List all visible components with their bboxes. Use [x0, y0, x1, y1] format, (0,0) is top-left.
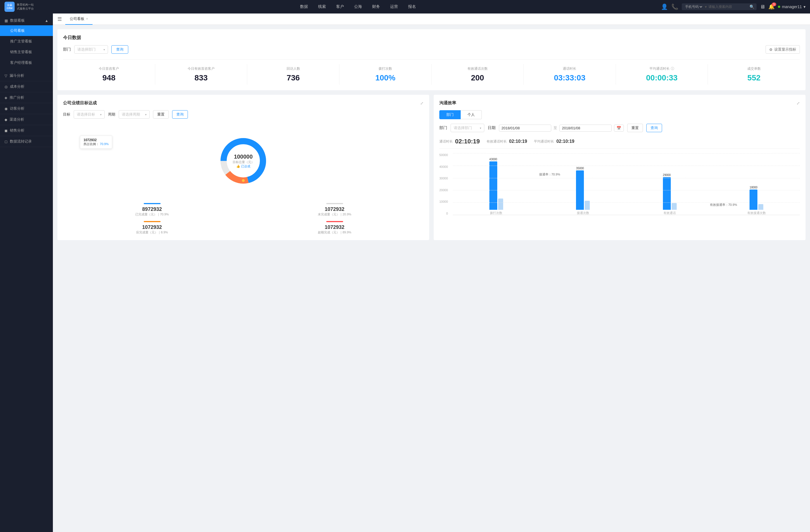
phone-icon[interactable]: 📞 [671, 3, 678, 10]
tab-close-button[interactable]: × [86, 17, 88, 21]
sidebar-item-company-board[interactable]: 公司看板 [0, 25, 53, 36]
goal-reset-button[interactable]: 重置 [153, 110, 169, 119]
metric-label-3: 拨打次数 [339, 66, 432, 71]
nav-item-data[interactable]: 数据 [295, 0, 313, 14]
search-input[interactable] [709, 5, 748, 9]
sidebar-cost-group: ◎ 成本分析 [0, 81, 53, 92]
logo-icon: 云朵CRM [4, 2, 15, 12]
metric-label-2: 回访人数 [247, 66, 339, 71]
eff-dept-select[interactable]: 请选择部门 ▾ [451, 124, 484, 132]
eff-dept-arrow: ▾ [480, 127, 481, 130]
search-button[interactable]: 🔍 [749, 4, 754, 9]
goal-expand-button[interactable]: ⤢ [420, 101, 424, 105]
eff-query-button[interactable]: 查询 [646, 124, 662, 132]
bar-chart: 50000 40000 30000 20000 10000 0 [439, 153, 800, 226]
nav-item-leads[interactable]: 线索 [313, 0, 331, 14]
sidebar-item-sales-board[interactable]: 销售主管看板 [0, 47, 53, 57]
stat-desc-2: 应完成量（元）｜8.9% [63, 230, 241, 234]
metric-value-7: 552 [708, 73, 800, 82]
user-area[interactable]: manager11 ▾ [778, 4, 806, 9]
eff-dept-placeholder: 请选择部门 [454, 126, 478, 131]
search-type-select[interactable]: 手机号码 [684, 4, 703, 9]
tab-company-board[interactable]: 公司看板 × [65, 14, 93, 25]
efficiency-panel-header: 沟通效率 ⤢ [439, 100, 800, 106]
stat-bar-incomplete [326, 203, 343, 204]
y-label-50000: 50000 [439, 153, 448, 156]
sidebar-collapse-icon: ▲ [45, 19, 48, 23]
nav-items: 数据 线索 客户 公海 财务 运营 报名 [55, 0, 661, 14]
date-from-input[interactable] [499, 124, 551, 132]
metric-label-7: 成交单数 [708, 66, 800, 71]
tab-btn-dept[interactable]: 部门 [439, 110, 461, 119]
stat-exceed: 1072932 超额完成（元）｜89.9% [245, 221, 424, 234]
sidebar-item-data-flow[interactable]: ◻ 数据流转记录 [0, 136, 53, 147]
metric-deals: 成交单数 552 [708, 64, 800, 85]
sidebar-dashboard-header[interactable]: ▦ 数据看板 ▲ [0, 16, 53, 25]
bar-pair-connect: 35000 [576, 167, 590, 210]
stat-should-complete: 1072932 应完成量（元）｜8.9% [63, 221, 241, 234]
bar-connect-secondary [585, 197, 590, 210]
main-content: ☰ 公司看板 × 今日数据 部门 请选择部门 ▾ 查询 [53, 14, 810, 532]
metric-value-0: 948 [63, 73, 155, 82]
goal-query-button[interactable]: 查询 [172, 110, 188, 119]
nav-item-finance[interactable]: 财务 [367, 0, 385, 14]
donut-achieved-label: 👍 已达成 [232, 164, 254, 168]
page-content: 今日数据 部门 请选择部门 ▾ 查询 ⚙ 设置显示指标 [53, 25, 810, 245]
y-label-0: 0 [446, 212, 448, 215]
efficiency-tab-buttons: 部门 个人 [439, 110, 800, 119]
bar-blue-eff-connect [749, 189, 757, 210]
bar-xlabel-eff-connect: 有效接通次数 [747, 211, 766, 215]
sidebar-item-cost[interactable]: ◎ 成本分析 [0, 81, 53, 92]
goal-period-select[interactable]: 请选择周期 ▾ [119, 110, 150, 119]
stat-incomplete: 1072932 未完成量（元）｜20.9% [245, 203, 424, 217]
person-icon[interactable]: 👤 [661, 3, 668, 10]
donut-center: 100000 目标总量（元） 👍 已达成 [232, 153, 254, 168]
donut-chart: 100000 目标总量（元） 👍 已达成 [215, 133, 271, 189]
avg-label: 平均通话时长 [534, 139, 554, 144]
efficiency-panel-title: 沟通效率 [439, 100, 456, 106]
notification-bell[interactable]: 🔔 5 [768, 4, 775, 10]
avg-value: 02:10:19 [556, 139, 574, 144]
period-label: 周期 [108, 112, 115, 117]
nav-item-ops[interactable]: 运营 [385, 0, 403, 14]
sidebar-item-sales[interactable]: ◼ 销售分析 [0, 125, 53, 136]
date-to-input[interactable] [560, 124, 612, 132]
goal-label: 目标 [63, 112, 70, 117]
sidebar-header-left: ▦ 数据看板 [4, 18, 25, 23]
metric-label-5: 通话时长 [524, 66, 616, 71]
sidebar-item-funnel[interactable]: ▽ 漏斗分析 [0, 70, 53, 81]
bar-label-35000: 35000 [576, 167, 584, 170]
sidebar-item-promote-board[interactable]: 推广主管看板 [0, 36, 53, 47]
call-duration-value: 02:10:19 [455, 138, 480, 145]
today-query-button[interactable]: 查询 [111, 45, 128, 54]
sidebar-item-customer-board[interactable]: 客户经理看板 [0, 57, 53, 68]
hamburger-menu[interactable]: ☰ [58, 16, 62, 22]
nav-item-signup[interactable]: 报名 [403, 0, 421, 14]
stat-desc-1: 未完成量（元）｜20.9% [245, 212, 424, 217]
stat-bar-exceed [326, 221, 343, 222]
efficiency-expand-button[interactable]: ⤢ [796, 101, 800, 105]
y-label-20000: 20000 [439, 188, 448, 192]
today-data-section: 今日数据 部门 请选择部门 ▾ 查询 ⚙ 设置显示指标 [58, 29, 806, 90]
tooltip-percent: 所占比例： 70.9% [83, 142, 109, 146]
effective-duration-stat: 有效通话时长 02:10:19 [487, 139, 527, 144]
donut-number: 100000 [232, 153, 254, 160]
sidebar-item-channel[interactable]: ◆ 渠道分析 [0, 114, 53, 125]
calendar-button[interactable]: 📅 [614, 124, 624, 132]
metric-avg-duration: 平均通话时长 ⓘ 00:00:33 [616, 64, 708, 85]
monitor-icon[interactable]: 🖥 [760, 4, 765, 10]
nav-item-public[interactable]: 公海 [349, 0, 367, 14]
nav-item-customers[interactable]: 客户 [331, 0, 349, 14]
goal-target-select[interactable]: 请选择目标 ▾ [74, 110, 104, 119]
tab-btn-personal[interactable]: 个人 [461, 110, 482, 119]
donut-chart-area: 1072932 所占比例： 70.9% [63, 124, 424, 197]
settings-button[interactable]: ⚙ 设置显示指标 [765, 45, 800, 54]
sidebar-dashboard-section: ▦ 数据看板 ▲ 公司看板 推广主管看板 销售主管看板 客户经理看板 [0, 14, 53, 70]
dept-select[interactable]: 请选择部门 ▾ [74, 45, 108, 54]
sidebar-item-visitor[interactable]: ◉ 访客分析 [0, 103, 53, 114]
goal-panel: 公司业绩目标达成 ⤢ 目标 请选择目标 ▾ 周期 请选择周期 ▾ [58, 95, 429, 240]
funnel-icon: ▽ [4, 74, 7, 78]
sidebar-channel-group: ◆ 渠道分析 [0, 114, 53, 125]
eff-reset-button[interactable]: 重置 [627, 124, 643, 132]
sidebar-item-promote[interactable]: ◈ 推广分析 [0, 92, 53, 103]
